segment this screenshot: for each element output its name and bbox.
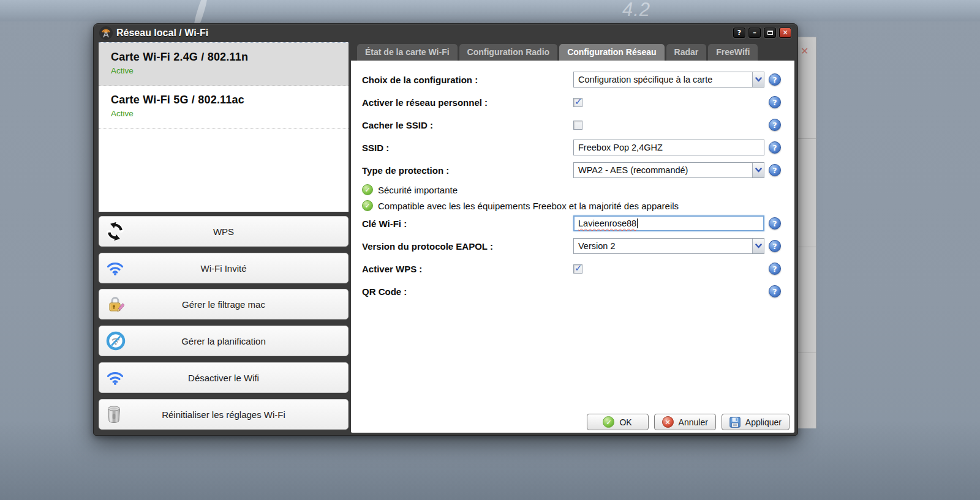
dialog-footer: ✓ OK ✕ Annuler xyxy=(587,414,790,430)
divider xyxy=(798,138,816,139)
maximize-icon xyxy=(767,31,773,35)
ok-button[interactable]: ✓ OK xyxy=(587,414,649,430)
compatibility-note: ✓ Compatible avec les les équipements Fr… xyxy=(362,198,679,213)
help-icon[interactable]: ? xyxy=(769,141,781,154)
window-title: Réseau local / Wi-Fi xyxy=(116,24,208,42)
ok-button-label: OK xyxy=(619,417,631,427)
wps-checkbox[interactable] xyxy=(573,264,582,274)
protection-type-select[interactable]: WPA2 - AES (recommandé) xyxy=(573,162,764,178)
form-row-ssid: SSID : Freebox Pop 2,4GHZ ? xyxy=(362,139,787,156)
form-row-hide-ssid: Cacher le SSID : ? xyxy=(362,116,787,133)
field-label: Activer WPS : xyxy=(362,264,573,274)
wifi-settings-window: Réseau local / Wi-Fi ? – ✕ Carte Wi-Fi 2… xyxy=(93,23,798,436)
help-icon[interactable]: ? xyxy=(769,96,781,108)
tab-radar[interactable]: Radar xyxy=(666,44,707,61)
field-label: Cacher le SSID : xyxy=(362,120,573,130)
field-label: Choix de la configuration : xyxy=(362,75,573,85)
sidebar-button-label: Gérer la planification xyxy=(99,326,348,356)
field-label: Clé Wi-Fi : xyxy=(362,218,573,229)
select-value: Configuration spécifique à la carte xyxy=(578,75,712,84)
tab-bar: État de la carte Wi-Fi Configuration Rad… xyxy=(357,44,758,61)
chevron-down-icon[interactable] xyxy=(752,163,764,177)
field-label: Activer le réseau personnel : xyxy=(362,97,573,108)
form-row-config-choice: Choix de la configuration : Configuratio… xyxy=(362,71,787,88)
ssid-input[interactable]: Freebox Pop 2,4GHZ xyxy=(573,140,764,155)
form-row-personal-network: Activer le réseau personnel : ? xyxy=(362,94,787,111)
apply-button-label: Appliquer xyxy=(745,417,782,427)
desktop-top-band: 4.2 xyxy=(0,0,980,21)
background-version-label: 4.2 xyxy=(622,0,650,21)
configuration-reseau-panel: Choix de la configuration : Configuratio… xyxy=(351,61,794,433)
text-caret xyxy=(637,218,638,228)
schedule-button[interactable]: Gérer la planification xyxy=(99,326,349,356)
sidebar-button-label: Réinitialiser les réglages Wi-Fi xyxy=(99,400,348,429)
wifi-card-5g[interactable]: Carte Wi-Fi 5G / 802.11ac Active xyxy=(99,86,349,129)
help-icon[interactable]: ? xyxy=(769,240,781,252)
wifi-card-status: Active xyxy=(111,109,349,118)
disable-wifi-button[interactable]: Désactiver le Wifi xyxy=(99,362,349,393)
help-icon[interactable]: ? xyxy=(769,73,781,86)
wifi-card-24g[interactable]: Carte Wi-Fi 2.4G / 802.11n Active xyxy=(99,43,349,86)
wifi-guest-button[interactable]: Wi-Fi Invité xyxy=(99,253,349,283)
blocked-window-edge: ✕ xyxy=(798,37,816,428)
form-row-wifi-key: Clé Wi-Fi : Lavieenrose88 ? xyxy=(362,215,787,232)
save-floppy-icon xyxy=(729,417,741,428)
note-text: Compatible avec les les équipements Free… xyxy=(378,201,679,211)
config-choice-select[interactable]: Configuration spécifique à la carte xyxy=(573,72,764,88)
help-icon[interactable]: ? xyxy=(769,164,781,176)
form-row-protection: Type de protection : WPA2 - AES (recomma… xyxy=(362,162,787,179)
select-value: WPA2 - AES (recommandé) xyxy=(578,165,688,175)
cancel-button[interactable]: ✕ Annuler xyxy=(654,414,716,430)
field-label: Version du protocole EAPOL : xyxy=(362,241,573,252)
check-circle-icon: ✓ xyxy=(362,184,373,195)
tab-freewifi[interactable]: FreeWifi xyxy=(708,44,758,61)
wps-button[interactable]: WPS xyxy=(99,216,349,247)
blocked-window-close-icon: ✕ xyxy=(801,45,809,57)
window-minimize-button[interactable]: – xyxy=(748,28,761,38)
security-note: ✓ Sécurité importante xyxy=(362,182,458,197)
window-help-button[interactable]: ? xyxy=(733,28,745,38)
tab-configuration-reseau[interactable]: Configuration Réseau xyxy=(559,44,664,61)
sidebar-button-label: Gérer le filtrage mac xyxy=(99,289,348,319)
mac-filter-button[interactable]: Gérer le filtrage mac xyxy=(99,289,349,319)
wifi-card-title: Carte Wi-Fi 2.4G / 802.11n xyxy=(111,51,349,64)
wifi-key-input[interactable]: Lavieenrose88 xyxy=(573,215,764,231)
desktop: 4.2 ✕ Réseau local / Wi-Fi ? – ✕ xyxy=(0,0,980,500)
field-label: Type de protection : xyxy=(362,165,573,176)
form-row-qr-code: QR Code : ? xyxy=(362,283,787,300)
eapol-version-select[interactable]: Version 2 xyxy=(573,238,764,254)
help-icon[interactable]: ? xyxy=(769,285,781,297)
window-titlebar[interactable]: Réseau local / Wi-Fi ? – ✕ xyxy=(94,24,797,42)
tab-etat-carte-wifi[interactable]: État de la carte Wi-Fi xyxy=(357,44,458,61)
window-maximize-button[interactable] xyxy=(764,28,776,38)
input-value: Freebox Pop 2,4GHZ xyxy=(578,143,663,152)
chevron-down-icon[interactable] xyxy=(752,239,764,253)
hide-ssid-checkbox[interactable] xyxy=(573,121,582,130)
sidebar-button-label: Désactiver le Wifi xyxy=(99,363,348,392)
window-close-button[interactable]: ✕ xyxy=(779,28,791,38)
sidebar-button-label: Wi-Fi Invité xyxy=(99,253,348,283)
personal-network-checkbox[interactable] xyxy=(573,98,582,107)
apply-button[interactable]: Appliquer xyxy=(722,414,790,430)
help-icon[interactable]: ? xyxy=(769,263,781,275)
help-icon[interactable]: ? xyxy=(769,119,781,131)
divider xyxy=(798,247,816,247)
note-text: Sécurité importante xyxy=(378,185,458,195)
select-value: Version 2 xyxy=(578,241,615,251)
ok-check-icon: ✓ xyxy=(603,416,614,428)
help-icon[interactable]: ? xyxy=(769,217,781,229)
divider xyxy=(798,353,816,353)
cancel-x-icon: ✕ xyxy=(662,416,674,428)
cancel-button-label: Annuler xyxy=(679,417,708,427)
sidebar-button-label: WPS xyxy=(99,217,348,246)
tab-configuration-radio[interactable]: Configuration Radio xyxy=(459,44,558,61)
wifi-card-title: Carte Wi-Fi 5G / 802.11ac xyxy=(111,94,349,106)
wifi-cards-panel: Carte Wi-Fi 2.4G / 802.11n Active Carte … xyxy=(99,42,349,212)
antenna-icon xyxy=(99,26,113,40)
chevron-down-icon[interactable] xyxy=(752,72,764,87)
form-row-eapol: Version du protocole EAPOL : Version 2 ? xyxy=(362,237,787,255)
reset-wifi-button[interactable]: Réinitialiser les réglages Wi-Fi xyxy=(99,399,349,430)
wifi-card-status: Active xyxy=(111,66,349,75)
form-row-wps: Activer WPS : ? xyxy=(362,260,787,277)
input-value: Lavieenrose88 xyxy=(578,218,636,228)
